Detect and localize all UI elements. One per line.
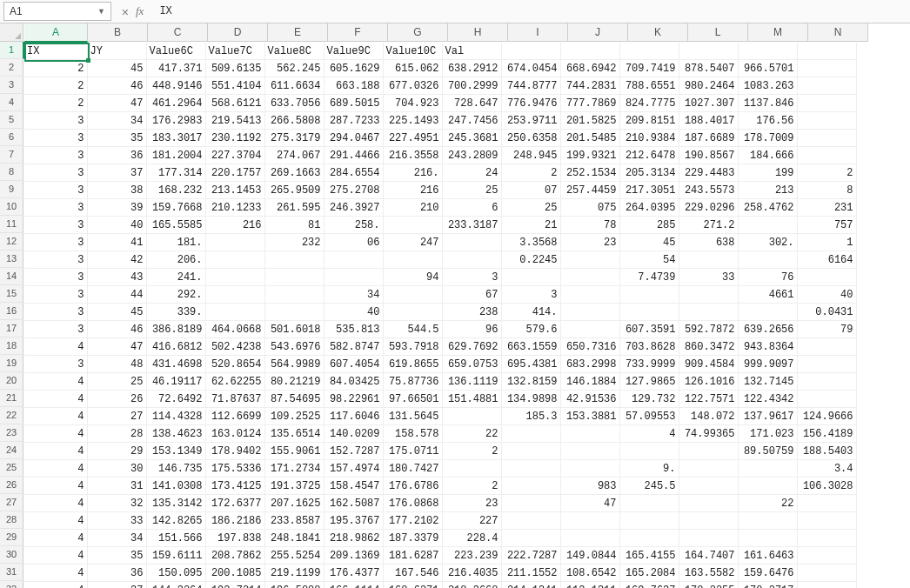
row-header-5[interactable]: 5 [0, 111, 23, 129]
cell[interactable]: 27 [87, 408, 146, 425]
cell[interactable]: 4 [24, 425, 87, 443]
cell[interactable]: Value10C [383, 43, 442, 60]
cell[interactable] [560, 304, 619, 321]
cell[interactable]: 211.1552 [501, 565, 560, 582]
cell[interactable] [383, 217, 442, 234]
cell[interactable] [619, 443, 679, 460]
cell[interactable]: 243.5573 [679, 182, 738, 199]
column-header-L[interactable]: L [688, 23, 748, 42]
cell[interactable]: 501.6018 [264, 321, 324, 338]
cell[interactable]: 80.21219 [264, 373, 324, 391]
cell[interactable] [205, 234, 264, 251]
row-header-11[interactable]: 11 [0, 216, 23, 233]
cell[interactable] [619, 530, 679, 547]
cell[interactable]: 175.0711 [383, 443, 442, 460]
cell[interactable]: 208.7862 [205, 547, 264, 565]
cell[interactable]: 677.0326 [383, 77, 442, 95]
cell[interactable]: 142.8265 [146, 512, 205, 530]
cell[interactable]: 181. [146, 234, 205, 251]
cell[interactable] [619, 43, 679, 60]
cell[interactable] [205, 251, 264, 269]
cell[interactable] [560, 530, 619, 547]
cell[interactable]: 206. [146, 251, 205, 269]
cell[interactable]: 47 [87, 95, 146, 112]
cell[interactable]: 2 [442, 478, 501, 495]
row-header-6[interactable]: 6 [0, 129, 23, 146]
cell[interactable] [797, 530, 856, 547]
cell[interactable]: 878.5407 [679, 60, 738, 77]
cell[interactable] [442, 408, 501, 425]
cell[interactable]: 248.945 [501, 147, 560, 164]
cell[interactable] [442, 234, 501, 251]
cell[interactable]: 233.3187 [442, 217, 501, 234]
cell[interactable]: 177.314 [146, 164, 205, 182]
cell[interactable]: 4 [24, 443, 87, 460]
cell[interactable]: 258.4762 [738, 199, 797, 217]
cell[interactable]: 4 [24, 478, 87, 495]
cell[interactable]: 0.2245 [501, 251, 560, 269]
cell[interactable]: 776.9476 [501, 95, 560, 112]
row-header-26[interactable]: 26 [0, 477, 23, 494]
cell[interactable]: 176.4377 [324, 565, 383, 582]
cell[interactable] [797, 547, 856, 565]
cell[interactable]: 245.5 [619, 478, 679, 495]
cell[interactable]: 188.4017 [679, 112, 738, 130]
cell[interactable]: 153.1349 [146, 443, 205, 460]
cell[interactable]: 238 [442, 304, 501, 321]
cell[interactable]: 39 [87, 199, 146, 217]
cell[interactable]: 247.7456 [442, 112, 501, 130]
cell[interactable]: 689.5015 [324, 95, 383, 112]
cell[interactable]: 126.1016 [679, 373, 738, 391]
cell[interactable]: 31 [87, 478, 146, 495]
name-box-dropdown-icon[interactable]: ▼ [97, 7, 105, 16]
row-header-18[interactable]: 18 [0, 337, 23, 355]
cell[interactable] [383, 304, 442, 321]
cell[interactable] [501, 530, 560, 547]
cell[interactable]: 227.3704 [205, 147, 264, 164]
cell[interactable]: 197.838 [205, 530, 264, 547]
cell[interactable]: 222.7287 [501, 547, 560, 565]
cell[interactable]: 209.8151 [619, 112, 679, 130]
cell[interactable]: 568.6121 [205, 95, 264, 112]
cell[interactable]: 1 [797, 234, 856, 251]
cell[interactable]: 4 [24, 391, 87, 408]
cell[interactable]: 25 [442, 182, 501, 199]
cell[interactable]: 4 [24, 373, 87, 391]
row-header-30[interactable]: 30 [0, 546, 23, 564]
cell[interactable]: Value6C [146, 43, 205, 60]
cell[interactable]: 3 [24, 130, 87, 147]
cell[interactable]: 274.067 [264, 147, 324, 164]
cell[interactable]: 122.7571 [679, 391, 738, 408]
cell[interactable] [383, 286, 442, 304]
cell[interactable]: 219.1199 [264, 565, 324, 582]
cell[interactable]: 275.3179 [264, 130, 324, 147]
cell[interactable]: 135.6514 [264, 425, 324, 443]
cell[interactable]: 129.732 [619, 391, 679, 408]
cell[interactable]: 42 [87, 251, 146, 269]
cell[interactable]: 152.7287 [324, 443, 383, 460]
cell[interactable]: 663.1559 [501, 338, 560, 356]
cell[interactable]: 339. [146, 304, 205, 321]
cell[interactable]: 79 [797, 321, 856, 338]
cell[interactable]: 72.6492 [146, 391, 205, 408]
cell[interactable]: 638 [679, 234, 738, 251]
cell[interactable]: 34 [324, 286, 383, 304]
cell[interactable]: 611.6634 [264, 77, 324, 95]
cell[interactable]: 40 [324, 304, 383, 321]
cell[interactable]: 629.7692 [442, 338, 501, 356]
cell[interactable] [797, 130, 856, 147]
cell[interactable]: 461.2964 [146, 95, 205, 112]
cell[interactable]: 136.1119 [442, 373, 501, 391]
cell[interactable]: 161.6463 [738, 547, 797, 565]
cell[interactable]: 302. [738, 234, 797, 251]
cell[interactable]: 212.6478 [619, 147, 679, 164]
cell[interactable]: 199.9321 [560, 147, 619, 164]
cell[interactable]: 3 [24, 217, 87, 234]
cell[interactable]: 177.2102 [383, 512, 442, 530]
cell[interactable]: 7.4739 [619, 269, 679, 286]
cell[interactable]: 158.578 [383, 425, 442, 443]
cell[interactable]: 291.4466 [324, 147, 383, 164]
cell[interactable]: 218.3668 [442, 582, 501, 589]
cell[interactable]: 605.1629 [324, 60, 383, 77]
cell[interactable]: 169.7637 [619, 582, 679, 589]
